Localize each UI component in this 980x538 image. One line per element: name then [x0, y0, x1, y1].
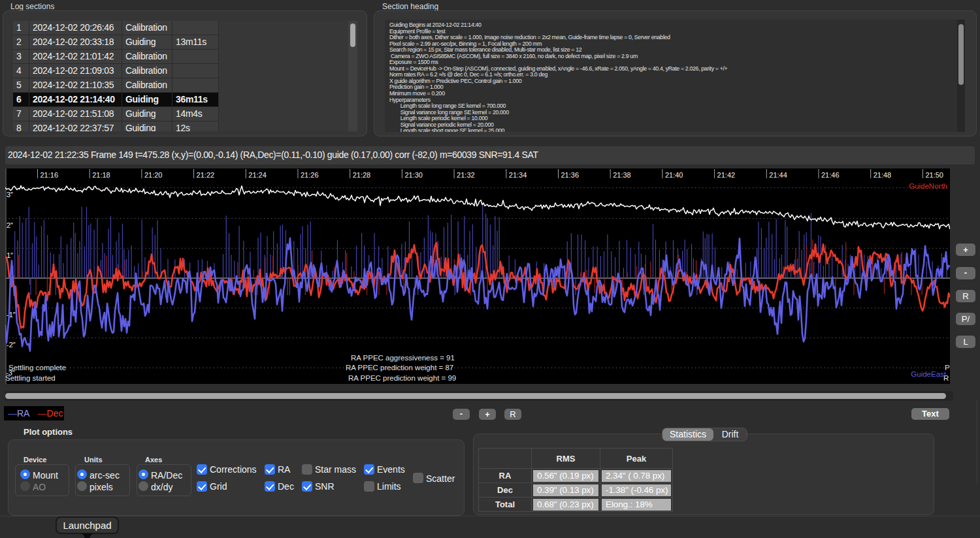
svg-text:21:22: 21:22 — [197, 171, 215, 179]
svg-text:21:30: 21:30 — [404, 171, 423, 179]
svg-text:Settling complete: Settling complete — [8, 364, 66, 372]
svg-text:21:32: 21:32 — [457, 171, 475, 179]
svg-text:21:18: 21:18 — [92, 171, 110, 179]
svg-text:21:46: 21:46 — [821, 171, 840, 179]
svg-text:21:36: 21:36 — [561, 171, 580, 179]
svg-text:2″: 2″ — [7, 221, 13, 229]
svg-text:RA PPEC prediction weight = 99: RA PPEC prediction weight = 99 — [348, 374, 456, 382]
svg-text:21:44: 21:44 — [769, 171, 787, 179]
svg-text:Settling started: Settling started — [5, 374, 56, 382]
svg-text:-2″: -2″ — [7, 341, 16, 349]
svg-text:21:42: 21:42 — [717, 171, 736, 179]
svg-text:21:38: 21:38 — [613, 171, 631, 179]
svg-text:RA PPEC aggressiveness = 91: RA PPEC aggressiveness = 91 — [351, 354, 455, 362]
svg-text:3″: 3″ — [7, 191, 13, 198]
svg-text:21:50: 21:50 — [925, 171, 943, 179]
svg-text:21:40: 21:40 — [665, 171, 683, 179]
svg-text:21:26: 21:26 — [301, 171, 319, 179]
svg-text:21:48: 21:48 — [874, 171, 892, 179]
svg-text:21:24: 21:24 — [248, 171, 267, 179]
svg-text:RA PPEC prediction weight = 87: RA PPEC prediction weight = 87 — [346, 364, 453, 372]
svg-text:21:16: 21:16 — [41, 171, 59, 179]
svg-text:21:34: 21:34 — [509, 171, 527, 179]
svg-text:GuideNorth: GuideNorth — [909, 182, 947, 190]
svg-text:-1″: -1″ — [7, 311, 16, 319]
svg-text:21:20: 21:20 — [144, 171, 163, 179]
svg-text:GuideEast: GuideEast — [911, 370, 947, 378]
svg-text:21:28: 21:28 — [353, 171, 371, 179]
